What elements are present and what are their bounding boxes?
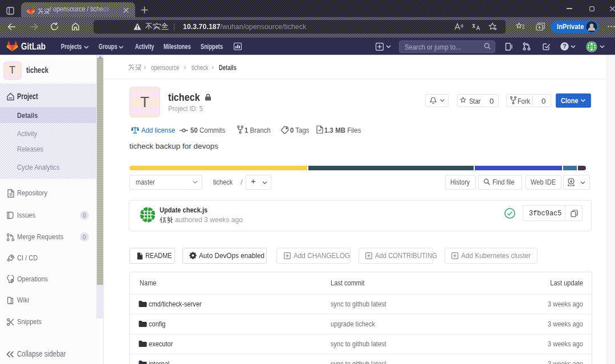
svg-text:?: ? bbox=[563, 43, 566, 50]
